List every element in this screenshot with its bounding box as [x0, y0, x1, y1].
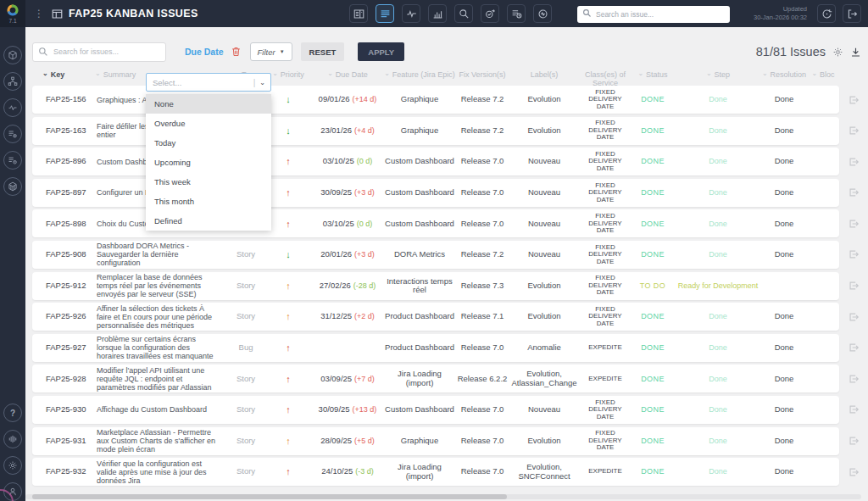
chart-view-icon[interactable] [428, 4, 447, 23]
issue-row-card[interactable]: FAP25-932 Vérifier que la configuration … [32, 458, 839, 486]
backlog-clock-icon[interactable] [507, 4, 526, 23]
export-issue-icon[interactable] [839, 86, 868, 114]
column-header-feature-jira-epic-[interactable]: ⌄Feature (Jira Epic) [383, 71, 456, 84]
issue-bloc [807, 272, 839, 300]
issue-step: Done [675, 458, 761, 486]
apply-button[interactable]: APPLY [358, 42, 404, 61]
issue-bloc [807, 334, 839, 362]
issue-status: DONE [631, 117, 675, 145]
activity-icon[interactable] [3, 98, 22, 117]
dropdown-option[interactable]: This week [146, 172, 271, 192]
issue-feature: Product Dashboard [383, 334, 456, 362]
refresh-icon[interactable] [817, 4, 836, 23]
export-issue-icon[interactable] [839, 148, 868, 175]
export-issue-icon[interactable] [839, 396, 868, 424]
export-issue-icon[interactable] [839, 427, 868, 455]
issue-status: DONE [631, 458, 675, 486]
export-issue-icon[interactable] [839, 179, 868, 207]
modules-icon[interactable] [3, 72, 22, 91]
horizontal-scrollbar[interactable] [25, 494, 861, 499]
issue-resolution: Done [761, 209, 807, 237]
export-issue-icon[interactable] [839, 272, 868, 300]
issue-summary: Modifier l'appel API utilisant une requê… [92, 365, 227, 392]
issue-fix-versions: Release 7.1 [456, 303, 509, 331]
issue-row-card[interactable]: FAP25-926 Affiner la sélection des ticke… [32, 303, 839, 331]
column-header-class-es-of-service[interactable]: Class(es) of Service [580, 71, 631, 84]
issue-status: DONE [631, 148, 675, 175]
app-logo[interactable]: 7.1 [0, 0, 25, 27]
dropdown-option[interactable]: Defined [146, 211, 271, 231]
export-issue-icon[interactable] [839, 117, 868, 145]
help-icon[interactable]: ? [3, 404, 22, 422]
issue-class-of-service: FIXED DELIVERY DATE [580, 86, 631, 114]
list-history-icon[interactable] [3, 151, 22, 170]
issue-row-card[interactable]: FAP25-930 Affichage du Custom Dashboard … [32, 396, 839, 424]
issue-type: Bug [227, 334, 264, 362]
dashboard-view-icon[interactable] [349, 4, 368, 23]
issue-labels: Evolution, Atlassian_Change [509, 365, 580, 392]
issue-type: Story [227, 365, 264, 392]
column-header-priority[interactable]: ⌄Priority [264, 71, 312, 84]
search-view-icon[interactable] [454, 4, 473, 23]
column-header-step[interactable]: ⌄Step [675, 71, 761, 84]
export-issue-icon[interactable] [839, 303, 868, 331]
search-icon [38, 47, 48, 57]
search-issue-input[interactable] [577, 6, 730, 23]
column-header-status[interactable]: ⌄Status [631, 71, 675, 84]
dropdown-option[interactable]: None [146, 94, 271, 114]
settings-gear-icon[interactable] [3, 456, 22, 475]
column-header-resolution[interactable]: ⌄Resolution [761, 71, 807, 84]
delete-filter-icon[interactable] [231, 47, 241, 57]
column-header-due-date[interactable]: ⌄Due Date [312, 71, 383, 84]
sync-wave-icon[interactable] [533, 4, 552, 23]
logout-icon[interactable] [843, 4, 861, 23]
due-date-select[interactable]: Select... | ⌄ [146, 73, 271, 92]
kebab-menu-icon[interactable]: ⋮ [34, 8, 44, 19]
issue-step: Done [675, 241, 761, 269]
table-settings-gear-icon[interactable] [832, 47, 843, 58]
issue-row-card[interactable]: FAP25-928 Modifier l'appel API utilisant… [32, 365, 839, 392]
issue-key: FAP25-163 [32, 117, 92, 145]
scrollbar-thumb[interactable] [32, 494, 507, 499]
activity-view-icon[interactable] [402, 4, 420, 23]
issue-row-card[interactable]: FAP25-931 Marketplace Atlassian - Permet… [32, 427, 839, 455]
search-for-issues-input[interactable] [32, 42, 166, 62]
issues-search [32, 42, 166, 62]
filter-toolbar: Due Date Filter ▼ RESET APPLY 81/81 Issu… [32, 41, 861, 63]
filter-dropdown-button[interactable]: Filter ▼ [250, 42, 292, 61]
export-issue-icon[interactable] [839, 365, 868, 392]
export-issue-icon[interactable] [839, 241, 868, 269]
list-settings-icon[interactable] [3, 125, 22, 143]
cube-icon[interactable] [3, 177, 22, 196]
reset-button[interactable]: RESET [301, 42, 345, 61]
export-issue-icon[interactable] [839, 334, 868, 362]
export-issue-icon[interactable] [839, 209, 868, 237]
issue-type: Story [227, 427, 264, 455]
column-header-bloc[interactable]: ⌄Bloc [807, 71, 839, 84]
issue-summary: Dashboard DORA Metrics - Sauvegarder la … [92, 241, 227, 269]
dropdown-option[interactable]: Upcoming [146, 153, 271, 172]
issue-row-card[interactable]: FAP25-927 Problème sur certains écrans l… [32, 334, 839, 362]
table-actions: 81/81 Issues [756, 45, 861, 58]
issue-status: DONE [631, 86, 675, 114]
list-view-icon[interactable] [376, 4, 394, 23]
package-icon[interactable] [3, 46, 22, 64]
issue-row-card[interactable]: FAP25-908 Dashboard DORA Metrics - Sauve… [32, 241, 839, 269]
dropdown-option[interactable]: Overdue [146, 114, 271, 133]
download-icon[interactable] [850, 47, 861, 58]
issue-key: FAP25-928 [32, 365, 92, 392]
export-issue-icon[interactable] [839, 458, 868, 486]
column-header-label-s-[interactable]: Label(s) [509, 71, 580, 84]
priority-arrow-icon: ↑ [264, 209, 312, 237]
table-row: FAP25-908 Dashboard DORA Metrics - Sauve… [32, 241, 868, 269]
checklist-flow-icon[interactable] [481, 4, 499, 23]
column-header-fix-version-s-[interactable]: Fix Version(s) [456, 71, 509, 84]
waveform-icon[interactable] [3, 430, 22, 448]
column-header-key[interactable]: ⌄Key [32, 71, 92, 84]
last-updated: Updated 30-Jan-2026 00:32 [741, 5, 807, 22]
issue-feature: Graphique [383, 117, 456, 145]
issue-row-card[interactable]: FAP25-912 Remplacer la base de données t… [32, 272, 839, 300]
dropdown-option[interactable]: This month [146, 192, 271, 211]
issue-bloc [807, 86, 839, 114]
dropdown-option[interactable]: Today [146, 133, 271, 153]
